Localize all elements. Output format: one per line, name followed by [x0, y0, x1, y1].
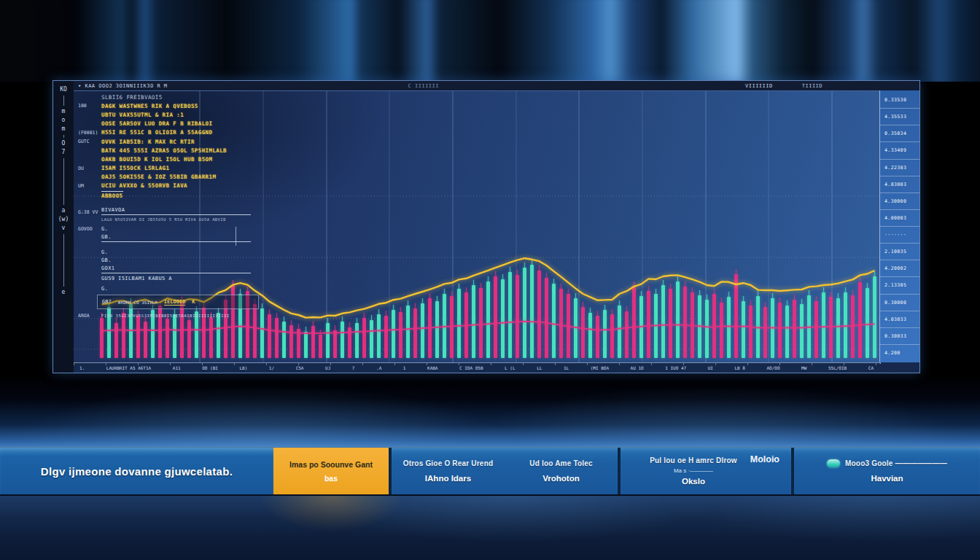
tool-icon[interactable]: o — [62, 117, 66, 124]
streaks-gradient — [0, 0, 980, 82]
price-label: 4.00003 — [880, 209, 919, 226]
group-mid-label: Ma s ·———— — [674, 467, 713, 474]
legend-item: IELOOED — [164, 299, 186, 306]
group-volume-col[interactable]: Ud loo Ame Tolec Vrohoton — [505, 448, 618, 494]
quote-line: 100DAGK WASTWNE5 RIK A QVEBOS5 — [78, 101, 227, 110]
price-label: 4.35533 — [880, 108, 919, 125]
time-label: 1 IUO 47 — [665, 365, 686, 370]
button-label-bottom: bas — [324, 474, 338, 483]
tool-icon[interactable]: m — [62, 108, 66, 115]
background-streaks — [0, 0, 980, 82]
price-label: 4.30000 — [880, 192, 919, 209]
taskbar-group-cloud[interactable]: Mooo3 Goole ——————— Havvian — [794, 448, 980, 494]
quote-line: OAKB BOUI5D K IOL I5OL HUB B5OM — [78, 155, 227, 163]
group-bottom-label: Vrohoton — [542, 474, 579, 483]
background-reflection-band — [0, 373, 980, 447]
group-top-label: Mooo3 Goole ——————— — [845, 459, 947, 467]
quote-line: OOSE 5AR5OV LUO DRA F B RIBALOI — [78, 120, 227, 128]
primary-action-button[interactable]: Imas po Soounve Gant bas — [273, 448, 389, 494]
chart-header-bar: ▾ KAA OOO2 3OINNIIIK3O R M C IIIIIII VII… — [74, 81, 919, 91]
time-axis[interactable]: 1.LAURBRIT A5 A6T1AA11OO (BILB)1/C5AUJ7.… — [74, 362, 879, 373]
quote-line: OUI5AM I55OCK L5RLAG1 — [78, 164, 227, 173]
time-label: (MI BOA — [591, 365, 609, 370]
chart-plot-area[interactable]: SLBII6 FREIBVAOI5100DAGK WASTWNE5 RIK A … — [74, 90, 881, 364]
price-label: 0.30000 — [880, 294, 919, 311]
indicator-row[interactable]: G:38 VVBIVAVOA — [78, 207, 251, 215]
price-axis[interactable]: 0.335304.355330.350344.334094.223034.030… — [879, 90, 919, 362]
tool-icon[interactable]: KO — [60, 86, 67, 93]
indicator-row[interactable]: GU59 I5ILBAM1 KABU5 A — [78, 276, 251, 281]
price-label: 4.22303 — [880, 159, 919, 176]
button-label-top: Imas po Soounve Gant — [289, 460, 373, 469]
time-label: AU 1O — [631, 365, 644, 370]
indicator-row[interactable]: G. — [78, 286, 251, 292]
taskbar: Dlgv ijmeone dovanne gjuwcelatab. Imas p… — [0, 447, 980, 496]
taskbar-group-trend[interactable]: Otros Gioe O Rear Urend IAhno Idars Ud l… — [392, 448, 618, 494]
time-label: C IOA O5B — [459, 365, 483, 370]
price-label: 2.10035 — [880, 243, 919, 260]
indicator-row[interactable]: G. — [78, 249, 251, 255]
panel-bracket-line — [236, 227, 236, 246]
tool-icon[interactable]: O — [62, 140, 66, 147]
price-label: 2.13305 — [880, 276, 919, 293]
tool-icon[interactable]: (w) — [58, 216, 69, 223]
price-label: 4.03003 — [880, 176, 919, 192]
header-center-text: C IIIIIII — [408, 83, 439, 89]
indicator-row[interactable]: LAGO N5U5IVAR DI JB55O5O 5 R5O RIVA OO5A… — [78, 217, 251, 222]
time-label: 1L — [564, 365, 569, 370]
tool-icon[interactable]: a — [62, 207, 66, 214]
time-label: MW — [801, 365, 806, 370]
legend-item: GB? — [102, 299, 112, 305]
time-label: C5A — [296, 365, 304, 370]
tool-icon[interactable]: v — [62, 225, 66, 232]
price-label: 0.33530 — [880, 92, 919, 108]
time-label: 1 — [403, 365, 406, 370]
group-top-label: Pul lou oe H amrc Dlrow — [650, 456, 737, 464]
study-legend-box[interactable]: GB? #AOKH CO 35IVLA IELOOED K — [97, 295, 259, 309]
time-label: A11 — [173, 365, 181, 370]
time-label: CA — [868, 365, 874, 370]
time-label: .A — [376, 365, 381, 370]
status-panel[interactable]: Dlgv ijmeone dovanne gjuwcelatab. — [0, 448, 273, 494]
price-label: ······· — [880, 226, 919, 243]
legend-item: #AOKH CO 35IVLA — [118, 300, 158, 305]
time-label: L (L — [505, 365, 515, 370]
indicator-row[interactable]: GB. — [78, 234, 251, 242]
time-label: LB) — [239, 365, 247, 370]
tool-icon[interactable]: e — [62, 289, 66, 296]
time-label: UI — [708, 365, 713, 370]
header-right-text-2: TIIIID — [802, 83, 822, 89]
toolbar-connector-line — [63, 96, 64, 106]
cloud-icon — [827, 459, 840, 467]
indicator-row[interactable]: GB. — [78, 257, 251, 263]
quote-line: (F0001)H55I RE 551C B OLIOIR A 55AGGND — [78, 128, 227, 137]
time-label: AO/OO — [766, 365, 779, 370]
study-tag: AROA — [78, 313, 101, 319]
time-label: 1/ — [269, 365, 274, 370]
time-label: UJ — [325, 365, 330, 370]
left-tool-strip[interactable]: KOmomO7a(w)ve — [53, 81, 74, 373]
group-cloud-col[interactable]: Mooo3 Goole ——————— Havvian — [794, 448, 980, 494]
price-label: 0.30033 — [880, 327, 919, 344]
tool-icon[interactable]: m — [62, 125, 66, 133]
screen: KOmomO7a(w)ve ▾ KAA OOO2 3OINNIIIK3O R M… — [0, 0, 980, 560]
tool-icon[interactable]: 7 — [62, 149, 66, 156]
trading-chart-window: KOmomO7a(w)ve ▾ KAA OOO2 3OINNIIIK3O R M… — [52, 80, 920, 373]
quote-line: ABBOO5 — [78, 190, 227, 199]
quote-line: GUTCOVVK IAB5IB: K MAX RC RTIR — [78, 137, 227, 146]
quote-line: OAJ5 5OKI55E & IOZ 55BIB GBARR1M — [78, 173, 227, 182]
legend-item: K — [192, 299, 195, 305]
time-label: 7 — [352, 365, 355, 370]
toolbar-connector-line — [63, 158, 64, 205]
indicator-row[interactable]: GOVOOG. — [78, 226, 251, 232]
group-trend-col[interactable]: Otros Gioe O Rear Urend IAhno Idars — [392, 448, 505, 494]
price-label: 0.35034 — [880, 125, 919, 141]
taskbar-group-alerts[interactable]: Moloio Pul lou oe H amrc Dlrow Ma s ·———… — [621, 448, 791, 494]
indicator-row[interactable]: GOX1 — [78, 265, 251, 273]
background-desk-surface — [0, 496, 980, 560]
group-alerts-col[interactable]: Pul lou oe H amrc Dlrow Ma s ·———— Okslo — [621, 448, 766, 494]
toolbar-connector-line — [63, 135, 64, 138]
time-label: LB 8 — [734, 365, 744, 370]
group-bottom-label: Havvian — [871, 474, 903, 483]
group-bottom-label: Okslo — [682, 477, 705, 486]
